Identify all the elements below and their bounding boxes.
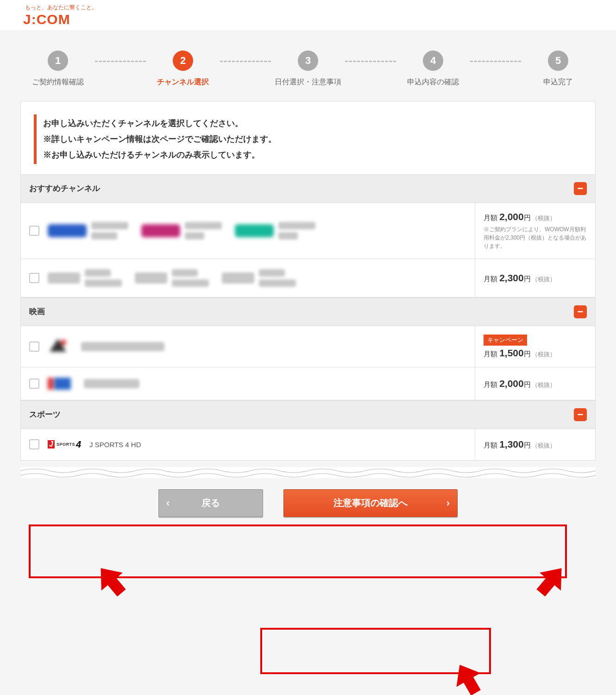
jsports-logo-icon: JSPORTS4 — [48, 439, 81, 450]
next-button[interactable]: 注意事項の確認へ › — [283, 489, 458, 517]
annotation-arrow-icon — [90, 559, 132, 602]
notice-block: お申し込みいただくチャンネルを選択してください。 ※詳しいキャンペーン情報は次ペ… — [34, 114, 582, 164]
section-header-recommended[interactable]: おすすめチャンネル − — [21, 174, 595, 203]
step-divider — [345, 61, 396, 62]
annotation-highlight-row — [29, 524, 567, 578]
collapse-icon[interactable]: − — [574, 305, 587, 318]
step-4-circle: 4 — [423, 51, 443, 71]
price-line: 月額 2,000円（税抜） — [484, 378, 587, 389]
step-5: 5 申込完了 — [521, 51, 595, 87]
channel-row: 月額 2,000円（税抜） — [21, 367, 595, 400]
channel-row: 月額 2,300円（税抜） — [21, 259, 595, 297]
step-divider — [470, 61, 521, 62]
channel-row: キャンペーン 月額 1,500円（税抜） — [21, 326, 595, 367]
back-button[interactable]: ‹ 戻る — [158, 489, 263, 517]
channel-checkbox[interactable] — [29, 439, 39, 449]
step-1: 1 ご契約情報確認 — [21, 51, 95, 87]
step-2-circle: 2 — [173, 51, 193, 71]
step-4-label: 申込内容の確認 — [407, 77, 459, 87]
step-1-circle: 1 — [48, 51, 68, 71]
notice-line-1: お申し込みいただくチャンネルを選択してください。 — [43, 115, 576, 131]
section-header-sports[interactable]: スポーツ − — [21, 400, 595, 429]
annotation-arrow-icon — [448, 658, 488, 695]
section-header-movie[interactable]: 映画 − — [21, 297, 595, 326]
step-1-label: ご契約情報確認 — [32, 77, 84, 87]
svg-point-1 — [61, 340, 66, 345]
step-divider — [95, 61, 146, 62]
notice-line-2: ※詳しいキャンペーン情報は次ページでご確認いただけます。 — [43, 131, 576, 147]
price-line: 月額 2,300円（税抜） — [484, 272, 587, 284]
channel-logos-group — [48, 338, 164, 355]
step-3-circle: 3 — [298, 51, 318, 71]
brand-tagline: もっと、あなたに響くこと。 — [25, 4, 607, 12]
channel-checkbox[interactable] — [29, 226, 39, 236]
section-title-sports: スポーツ — [29, 409, 61, 420]
section-title-movie: 映画 — [29, 306, 45, 317]
step-4: 4 申込内容の確認 — [396, 51, 470, 87]
annotation-highlight-next-button — [260, 628, 491, 674]
brand-logo: J:COM — [23, 12, 607, 27]
section-title-recommended: おすすめチャンネル — [29, 183, 100, 194]
svg-marker-4 — [448, 658, 488, 695]
channel-row-jsports: JSPORTS4 J SPORTS 4 HD 月額 1,300円（税抜） — [21, 429, 595, 460]
back-button-label: 戻る — [201, 497, 220, 509]
channel-logos-group — [48, 378, 139, 390]
channel-checkbox[interactable] — [29, 341, 39, 352]
step-5-label: 申込完了 — [543, 77, 573, 87]
step-divider — [220, 61, 271, 62]
price-note: ※ご契約プランにより、WOWOW月額利用料金が2,300円（税抜）となる場合があ… — [484, 225, 587, 250]
chevron-left-icon: ‹ — [166, 497, 170, 509]
chevron-right-icon: › — [446, 497, 450, 509]
channel-checkbox[interactable] — [29, 379, 39, 389]
step-3: 3 日付選択・注意事項 — [271, 51, 345, 87]
channel-logos-group — [48, 269, 296, 287]
notice-line-3: ※お申し込みいただけるチャンネルのみ表示しています。 — [43, 147, 576, 163]
price-line: 月額 1,500円（税抜） — [484, 348, 587, 359]
channel-name: J SPORTS 4 HD — [89, 441, 141, 449]
content-cutoff-divider — [20, 467, 596, 478]
channel-logos-group — [48, 222, 315, 240]
step-2-label: チャンネル選択 — [157, 77, 209, 87]
annotation-arrow-icon — [530, 559, 572, 602]
price-line: 月額 1,300円（税抜） — [484, 439, 587, 450]
step-3-label: 日付選択・注意事項 — [275, 77, 341, 87]
step-5-circle: 5 — [548, 51, 568, 71]
campaign-badge: キャンペーン — [484, 335, 527, 346]
collapse-icon[interactable]: − — [574, 408, 587, 421]
channel-checkbox[interactable] — [29, 273, 39, 283]
price-line: 月額 2,000円（税抜） — [484, 211, 587, 222]
brand-header: もっと、あなたに響くこと。 J:COM — [0, 0, 616, 30]
step-2: 2 チャンネル選択 — [146, 51, 220, 87]
svg-marker-3 — [530, 559, 572, 602]
action-button-row: ‹ 戻る 注意事項の確認へ › — [0, 489, 616, 517]
next-button-label: 注意事項の確認へ — [333, 497, 408, 509]
content-card: お申し込みいただくチャンネルを選択してください。 ※詳しいキャンペーン情報は次ペ… — [20, 101, 596, 461]
collapse-icon[interactable]: − — [574, 182, 587, 195]
channel-row: 月額 2,000円（税抜） ※ご契約プランにより、WOWOW月額利用料金が2,3… — [21, 203, 595, 259]
progress-stepper: 1 ご契約情報確認 2 チャンネル選択 3 日付選択・注意事項 4 申込内容の確… — [0, 30, 616, 101]
svg-marker-2 — [90, 559, 132, 602]
